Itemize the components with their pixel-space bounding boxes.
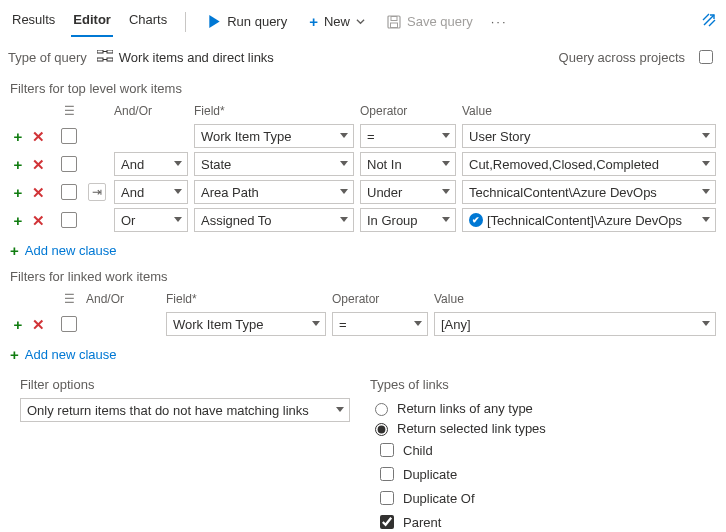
svg-rect-7	[97, 58, 103, 61]
row-checkbox[interactable]	[61, 184, 77, 200]
remove-clause-icon[interactable]: ✕	[30, 128, 46, 144]
link-type-checkbox[interactable]	[380, 491, 394, 505]
link-type-label: Duplicate	[403, 467, 457, 482]
operator-select[interactable]: In Group	[360, 208, 456, 232]
remove-clause-icon[interactable]: ✕	[30, 212, 46, 228]
value-select[interactable]: TechnicalContent\Azure DevOps	[462, 180, 716, 204]
add-clause-icon[interactable]: +	[10, 128, 26, 144]
col-val: Value	[462, 104, 716, 118]
add-clause-linked[interactable]: + Add new clause	[0, 338, 117, 369]
link-type-label: Parent	[403, 515, 441, 530]
remove-clause-icon[interactable]: ✕	[30, 316, 46, 332]
operator-select[interactable]: Under	[360, 180, 456, 204]
field-select[interactable]: Work Item Type	[166, 312, 326, 336]
svg-rect-3	[390, 23, 397, 28]
row-checkbox[interactable]	[61, 316, 77, 332]
save-icon	[387, 15, 401, 29]
link-type-checkbox[interactable]	[380, 443, 394, 457]
svg-rect-8	[107, 58, 113, 61]
chevron-down-icon	[356, 17, 365, 26]
plus-icon: +	[309, 13, 318, 30]
group-clause-icon[interactable]: ⇥	[88, 183, 106, 201]
tab-charts[interactable]: Charts	[127, 6, 169, 37]
query-across-checkbox[interactable]	[699, 50, 713, 64]
value-select[interactable]: Cut,Removed,Closed,Completed	[462, 152, 716, 176]
operator-select[interactable]: =	[332, 312, 428, 336]
svg-rect-2	[391, 16, 397, 20]
field-select[interactable]: Area Path	[194, 180, 354, 204]
add-clause-icon[interactable]: +	[10, 156, 26, 172]
add-clause-label: Add new clause	[25, 347, 117, 362]
new-label: New	[324, 14, 350, 29]
row-checkbox[interactable]	[61, 128, 77, 144]
col-field: Field*	[166, 292, 326, 306]
clause-row: +✕⇥AndArea PathUnderTechnicalContent\Azu…	[10, 178, 716, 206]
link-type-checkbox[interactable]	[380, 467, 394, 481]
value-select[interactable]: ✔[TechnicalContent]\Azure DevOps	[462, 208, 716, 232]
col-field: Field*	[194, 104, 354, 118]
link-type-label: Child	[403, 443, 433, 458]
list-icon: ☰	[64, 104, 75, 118]
link-types-title: Types of links	[370, 377, 716, 398]
query-across-label: Query across projects	[559, 50, 685, 65]
tab-editor[interactable]: Editor	[71, 6, 113, 37]
field-select[interactable]: Assigned To	[194, 208, 354, 232]
run-query-button[interactable]: Run query	[202, 10, 293, 33]
save-button: Save query	[381, 10, 479, 33]
row-checkbox[interactable]	[61, 156, 77, 172]
add-clause-icon[interactable]: +	[10, 316, 26, 332]
remove-clause-icon[interactable]: ✕	[30, 184, 46, 200]
add-clause-icon[interactable]: +	[10, 212, 26, 228]
top-filters-title: Filters for top level work items	[0, 77, 726, 100]
radio-any-type[interactable]	[375, 403, 388, 416]
type-of-query-label: Type of query	[8, 50, 87, 65]
identity-icon: ✔	[469, 213, 483, 227]
play-icon	[208, 15, 221, 28]
link-type-label: Duplicate Of	[403, 491, 475, 506]
row-checkbox[interactable]	[61, 212, 77, 228]
separator	[185, 12, 186, 32]
field-select[interactable]: Work Item Type	[194, 124, 354, 148]
col-op: Operator	[332, 292, 428, 306]
andor-select[interactable]: Or	[114, 208, 188, 232]
save-label: Save query	[407, 14, 473, 29]
andor-select[interactable]: And	[114, 180, 188, 204]
link-type-checkbox[interactable]	[380, 515, 394, 529]
radio-selected-types[interactable]	[375, 423, 388, 436]
add-clause-label: Add new clause	[25, 243, 117, 258]
value-select[interactable]: [Any]	[434, 312, 716, 336]
plus-icon: +	[10, 346, 19, 363]
clause-row: +✕Work Item Type=User Story	[10, 122, 716, 150]
filter-options-title: Filter options	[20, 377, 350, 398]
svg-marker-0	[210, 15, 220, 28]
svg-rect-6	[107, 50, 113, 53]
radio-selected-label: Return selected link types	[397, 421, 546, 436]
operator-select[interactable]: =	[360, 124, 456, 148]
run-query-label: Run query	[227, 14, 287, 29]
new-button[interactable]: + New	[303, 9, 371, 34]
clause-row: +✕AndStateNot InCut,Removed,Closed,Compl…	[10, 150, 716, 178]
expand-icon[interactable]	[702, 13, 716, 30]
overflow-button[interactable]: ···	[489, 10, 510, 33]
field-select[interactable]: State	[194, 152, 354, 176]
clause-row: +✕Work Item Type=[Any]	[10, 310, 716, 338]
col-val: Value	[434, 292, 716, 306]
add-clause-icon[interactable]: +	[10, 184, 26, 200]
tab-results[interactable]: Results	[10, 6, 57, 37]
type-of-query-value[interactable]: Work items and direct links	[97, 50, 274, 65]
type-of-query-text: Work items and direct links	[119, 50, 274, 65]
col-op: Operator	[360, 104, 456, 118]
tree-icon	[97, 50, 113, 65]
add-clause-top[interactable]: + Add new clause	[0, 234, 117, 265]
filter-options-select[interactable]: Only return items that do not have match…	[20, 398, 350, 422]
operator-select[interactable]: Not In	[360, 152, 456, 176]
remove-clause-icon[interactable]: ✕	[30, 156, 46, 172]
radio-any-label: Return links of any type	[397, 401, 533, 416]
linked-filters-title: Filters for linked work items	[0, 265, 726, 288]
plus-icon: +	[10, 242, 19, 259]
col-andor: And/Or	[86, 292, 160, 306]
svg-rect-1	[388, 16, 400, 28]
clause-row: +✕OrAssigned ToIn Group✔[TechnicalConten…	[10, 206, 716, 234]
andor-select[interactable]: And	[114, 152, 188, 176]
value-select[interactable]: User Story	[462, 124, 716, 148]
